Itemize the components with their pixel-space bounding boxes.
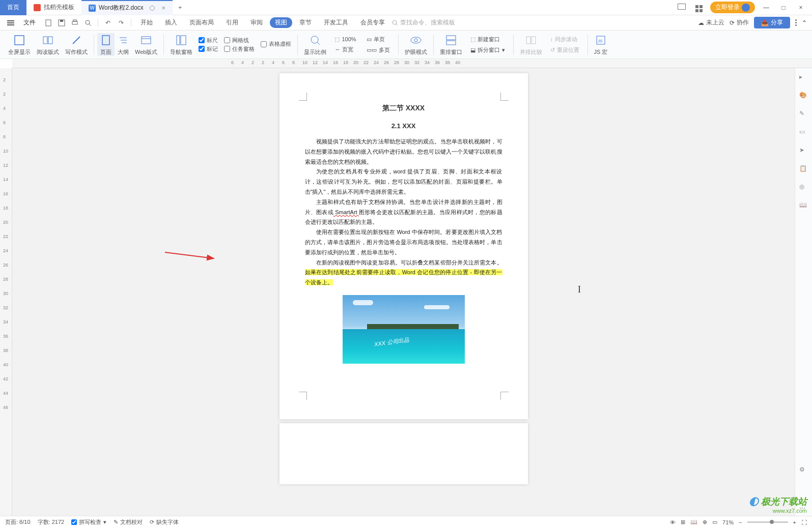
- menu-layout[interactable]: 页面布局: [184, 16, 219, 29]
- minimize-button[interactable]: —: [760, 4, 772, 11]
- status-expand-icon[interactable]: ⛶: [801, 519, 807, 525]
- ribbon-tablegrid-label: 表格虚框: [269, 40, 291, 48]
- menu-view[interactable]: 视图: [270, 17, 292, 28]
- status-book-icon[interactable]: 📖: [690, 519, 697, 525]
- cloud-status[interactable]: ☁ 未上云: [698, 18, 724, 27]
- ribbon-sidebyside[interactable]: 并排比较: [517, 33, 545, 56]
- ribbon-splitwindow[interactable]: ⬓ 拆分窗口 ▾: [468, 45, 507, 55]
- panel-select-icon[interactable]: ▭: [799, 128, 808, 137]
- menu-devtools[interactable]: 开发工具: [319, 16, 353, 29]
- ribbon-page[interactable]: 页面: [97, 33, 115, 56]
- ribbon-splitwindow-label: 拆分窗口: [478, 46, 500, 54]
- svg-rect-2: [60, 20, 63, 22]
- ribbon-read[interactable]: 阅读版式: [34, 33, 62, 56]
- tab-template[interactable]: 找稻壳模板: [26, 0, 81, 15]
- ribbon-jsmacro[interactable]: JSJS 宏: [591, 33, 611, 56]
- status-spell[interactable]: 拼写检查 ▾: [71, 518, 106, 526]
- menu-review[interactable]: 审阅: [245, 16, 268, 29]
- file-menu[interactable]: 文件: [18, 16, 41, 29]
- hamburger-icon[interactable]: [5, 18, 16, 27]
- svg-rect-19: [177, 36, 180, 45]
- ribbon-outline[interactable]: 大纲: [115, 33, 132, 56]
- panel-style-icon[interactable]: 🎨: [799, 92, 808, 101]
- menu-member[interactable]: 会员专享: [355, 16, 390, 29]
- status-words[interactable]: 字数: 2172: [38, 518, 65, 526]
- coop-button[interactable]: ⟳ 协作: [730, 18, 749, 27]
- add-tab-button[interactable]: +: [173, 4, 188, 11]
- maximize-button[interactable]: □: [777, 4, 790, 11]
- ribbon-syncscroll: ↕ 同步滚动: [548, 35, 581, 44]
- ribbon-web[interactable]: Web版式: [132, 33, 160, 56]
- ribbon-multipage[interactable]: ▭▭ 多页: [365, 45, 392, 55]
- tab-home[interactable]: 首页: [0, 0, 26, 15]
- status-page-icon[interactable]: ▭: [712, 519, 717, 525]
- zoom-out-button[interactable]: −: [739, 519, 742, 525]
- more-icon[interactable]: [795, 19, 797, 26]
- ribbon-markup-check[interactable]: 标记: [199, 45, 218, 53]
- ribbon-zoom100-label: 100%: [342, 36, 356, 42]
- ribbon-nav[interactable]: 导航窗格: [167, 33, 195, 56]
- menu-reference[interactable]: 引用: [221, 16, 243, 29]
- ribbon-write[interactable]: 写作模式: [62, 33, 91, 56]
- tab-close-icon[interactable]: ×: [162, 5, 165, 12]
- share-button[interactable]: 📤 分享: [754, 17, 790, 28]
- collapse-ribbon-icon[interactable]: ⌃: [802, 19, 807, 26]
- panel-cursor-icon[interactable]: ➤: [799, 146, 808, 156]
- menu-start[interactable]: 开始: [135, 16, 158, 29]
- qat-new-icon[interactable]: [43, 17, 54, 28]
- panel-location-icon[interactable]: ◎: [799, 183, 808, 192]
- apps-grid-icon[interactable]: [693, 3, 705, 12]
- menu-insert[interactable]: 插入: [160, 16, 182, 29]
- qat-save-icon[interactable]: [56, 17, 67, 28]
- status-eye-icon[interactable]: 👁: [670, 519, 676, 525]
- panel-settings-icon[interactable]: ⚙: [799, 466, 808, 475]
- status-font-missing[interactable]: ⟳ 缺失字体: [150, 518, 179, 526]
- ribbon-write-label: 写作模式: [65, 48, 88, 56]
- status-globe-icon[interactable]: ⊕: [703, 519, 707, 525]
- ribbon-singlepage[interactable]: ▭ 单页: [365, 35, 392, 44]
- ribbon-gridlines-check[interactable]: 网格线: [224, 37, 255, 44]
- status-zoom[interactable]: 71%: [722, 519, 734, 525]
- panel-clipboard-icon[interactable]: 📋: [799, 165, 808, 174]
- document-area[interactable]: 第二节 XXXX 2.1 XXX 视频提供了功能强大的方法帮助您证明您的观点。当…: [12, 68, 795, 519]
- login-button[interactable]: 立即登录: [710, 2, 755, 13]
- close-button[interactable]: ×: [795, 4, 807, 11]
- ribbon-web-label: Web版式: [135, 48, 157, 56]
- ribbon-rearrange[interactable]: 重排窗口: [437, 33, 465, 56]
- ribbon-resetpos: ↺ 重设位置: [548, 45, 581, 55]
- ribbon-taskpane-check[interactable]: 任务窗格: [224, 45, 255, 53]
- qat-undo-icon[interactable]: ↶: [102, 17, 114, 28]
- svg-point-7: [393, 20, 397, 24]
- ruler-vertical[interactable]: 2246810121416182022242628303234363840424…: [0, 68, 12, 519]
- panel-book-icon[interactable]: 📖: [799, 201, 808, 211]
- zoom-in-button[interactable]: +: [793, 519, 796, 525]
- ribbon-ruler-check[interactable]: 标尺: [199, 37, 218, 44]
- ribbon-newwindow[interactable]: ⬚ 新建窗口: [468, 35, 507, 44]
- ribbon-tablegrid-check[interactable]: 表格虚框: [261, 40, 291, 48]
- command-search[interactable]: 查找命令、搜索模板: [392, 18, 455, 27]
- qat-redo-icon[interactable]: ↷: [116, 17, 127, 28]
- ribbon-fullscreen[interactable]: 全屏显示: [5, 33, 34, 56]
- svg-line-8: [396, 24, 398, 25]
- status-proof[interactable]: ✎ 文档校对: [114, 518, 143, 526]
- ribbon-pagewidth[interactable]: ↔ 页宽: [332, 45, 358, 54]
- ruler-horizontal[interactable]: 642246810121416182022242628303234363840: [12, 59, 812, 68]
- cloud-label: 未上云: [706, 18, 724, 27]
- status-page[interactable]: 页面: 8/10: [5, 518, 31, 526]
- qat-preview-icon[interactable]: [82, 17, 94, 28]
- ribbon-eyecare[interactable]: 护眼模式: [402, 33, 430, 56]
- tab-document[interactable]: W Word教程2.docx ×: [81, 0, 173, 15]
- qat-print-icon[interactable]: [69, 17, 80, 28]
- panel-toggle-icon[interactable]: ▸: [799, 73, 808, 82]
- ribbon-zoom100[interactable]: ⬚ 100%: [332, 35, 358, 44]
- ribbon-jsmacro-label: JS 宏: [594, 48, 608, 56]
- zoom-slider[interactable]: [747, 521, 788, 523]
- status-grid-icon[interactable]: ⊞: [681, 519, 685, 525]
- margin-corner-icon: [299, 392, 307, 400]
- appbox-icon[interactable]: [676, 4, 688, 11]
- ribbon-ratio[interactable]: 显示比例: [301, 33, 329, 56]
- menu-chapter[interactable]: 章节: [294, 16, 317, 29]
- panel-pen-icon[interactable]: ✎: [799, 110, 808, 119]
- ribbon-fullscreen-label: 全屏显示: [8, 48, 31, 56]
- document-image[interactable]: XXX 公司出品: [343, 295, 465, 364]
